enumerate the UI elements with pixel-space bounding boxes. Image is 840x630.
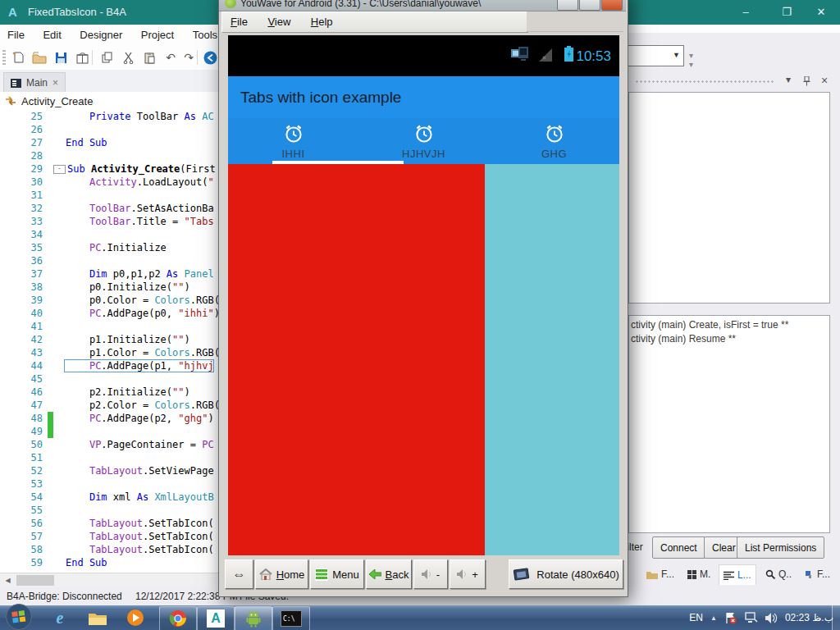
tab-logs[interactable]: L... bbox=[719, 564, 756, 585]
copy-icon[interactable] bbox=[97, 48, 116, 66]
taskbar-youwave-button[interactable] bbox=[235, 606, 272, 630]
action-center-flag-icon[interactable] bbox=[724, 612, 737, 624]
youwave-window[interactable]: YouWave for Android (3.31) - C:\Users\da… bbox=[218, 0, 628, 597]
taskbar-clock[interactable]: ب.ظ 02:23 bbox=[785, 612, 833, 623]
resize-button[interactable]: ⇔ bbox=[225, 559, 253, 589]
taskbar-chrome-button[interactable] bbox=[159, 606, 197, 630]
log-output-box[interactable]: ctivity (main) Create, isFirst = true **… bbox=[628, 315, 830, 533]
show-desktop-button[interactable] bbox=[832, 605, 840, 630]
line-number: 54 bbox=[0, 491, 43, 504]
b4a-logo-icon: A bbox=[8, 5, 23, 20]
logs-panel-header[interactable]: ▾ × bbox=[623, 72, 833, 90]
tab-find-references[interactable]: F... bbox=[801, 564, 834, 584]
tab-files[interactable]: F... bbox=[642, 564, 678, 584]
undo-icon[interactable]: ↶ bbox=[161, 48, 180, 66]
scroll-left-icon[interactable]: ◀ bbox=[2, 575, 14, 586]
line-number: 58 bbox=[0, 543, 43, 556]
bridge-status: B4A-Bridge: Disconnected bbox=[7, 591, 122, 602]
line-number: 38 bbox=[0, 281, 43, 294]
tab-modules[interactable]: M. bbox=[683, 564, 714, 584]
line-number: 33 bbox=[0, 215, 43, 228]
language-indicator[interactable]: EN bbox=[689, 612, 703, 623]
change-bar bbox=[48, 425, 53, 438]
panel-close-icon[interactable]: × bbox=[817, 74, 832, 87]
menu-project[interactable]: Project bbox=[134, 25, 181, 45]
fold-column bbox=[53, 372, 64, 386]
tab-main[interactable]: Main × bbox=[3, 72, 66, 93]
volume-icon[interactable] bbox=[765, 613, 778, 623]
viewpager-page-red[interactable] bbox=[228, 164, 485, 555]
taskbar-b4a-button[interactable]: A bbox=[197, 606, 235, 630]
change-bar bbox=[48, 372, 53, 386]
panel-drag-handle[interactable] bbox=[635, 80, 774, 84]
menu-edit[interactable]: Edit bbox=[35, 25, 68, 45]
youwave-menu-help[interactable]: Help bbox=[303, 12, 341, 31]
save-icon[interactable] bbox=[51, 48, 71, 66]
youwave-menu-file[interactable]: File bbox=[222, 12, 256, 31]
taskbar-explorer-icon[interactable] bbox=[84, 608, 112, 628]
device-combobox[interactable]: ▼ bbox=[625, 45, 684, 66]
paste-icon[interactable] bbox=[139, 48, 159, 66]
youwave-menu-filler bbox=[527, 11, 623, 32]
viewpager-page-teal[interactable] bbox=[485, 164, 619, 555]
code-text: Dim p0,p1,p2 As Panel bbox=[64, 267, 214, 281]
tab-hjhvjh[interactable]: HJHVJH bbox=[358, 118, 489, 164]
fold-marker-icon[interactable]: - bbox=[53, 165, 66, 174]
taskbar-media-player-icon[interactable] bbox=[121, 608, 149, 628]
taskbar-ie-icon[interactable]: e bbox=[46, 608, 74, 628]
scrollbar-thumb[interactable] bbox=[16, 575, 54, 586]
youwave-close-button[interactable] bbox=[601, 0, 623, 11]
home-button[interactable]: Home bbox=[255, 559, 308, 589]
android-robot-icon bbox=[245, 609, 262, 628]
taskbar-cmd-button[interactable]: C:\ bbox=[272, 606, 310, 630]
redo-icon[interactable]: ↷ bbox=[179, 48, 199, 66]
tab-quick-search[interactable]: Q.. bbox=[761, 564, 796, 584]
new-file-icon[interactable] bbox=[8, 48, 28, 66]
volume-up-button[interactable]: + bbox=[450, 559, 486, 589]
tray-overflow-icon[interactable]: ▲ bbox=[710, 614, 717, 622]
code-text bbox=[64, 228, 66, 241]
menu-designer[interactable]: Designer bbox=[72, 25, 130, 45]
network-icon[interactable] bbox=[744, 612, 758, 623]
rotate-button[interactable]: Rotate (480x640) bbox=[509, 559, 623, 589]
code-text: VP.PageContainer = PC bbox=[64, 438, 214, 451]
ide-close-button[interactable]: ✕ bbox=[802, 0, 840, 25]
change-bar bbox=[48, 215, 53, 228]
code-text: Sub Activity_Create(First bbox=[66, 162, 216, 176]
fold-column bbox=[53, 412, 64, 425]
volume-down-button[interactable]: - bbox=[413, 559, 448, 589]
youwave-menu-view[interactable]: View bbox=[259, 12, 299, 31]
connect-button[interactable]: Connect bbox=[652, 536, 705, 559]
line-number: 42 bbox=[0, 333, 43, 346]
tab-close-icon[interactable]: × bbox=[52, 77, 58, 89]
combo-dropdown-icon[interactable]: ▼ bbox=[673, 51, 680, 59]
code-text bbox=[64, 123, 66, 136]
youwave-title-bar[interactable]: YouWave for Android (3.31) - C:\Users\da… bbox=[219, 0, 626, 11]
list-permissions-button[interactable]: List Permissions bbox=[737, 536, 824, 559]
resize-icon: ⇔ bbox=[233, 567, 246, 582]
youwave-maximize-button[interactable] bbox=[579, 0, 600, 11]
menu-button[interactable]: Menu bbox=[310, 559, 364, 589]
ide-maximize-button[interactable]: ❐ bbox=[768, 0, 806, 25]
toolbar-overflow-icon[interactable]: ▾▾ bbox=[689, 51, 693, 69]
line-number: 45 bbox=[0, 372, 43, 386]
tab-ghg[interactable]: GHG bbox=[489, 118, 619, 164]
start-button[interactable] bbox=[5, 603, 33, 630]
device-list-box[interactable] bbox=[628, 92, 830, 304]
fold-column bbox=[53, 202, 64, 215]
code-text: p0.Color = Colors.RGB( bbox=[64, 294, 220, 307]
line-number: 31 bbox=[0, 189, 43, 202]
youwave-minimize-button[interactable] bbox=[557, 0, 578, 11]
android-screen[interactable]: 10:53 Tabs with icon example IHHI bbox=[228, 35, 619, 555]
tab-ihhi[interactable]: IHHI bbox=[228, 118, 358, 164]
menu-file[interactable]: File bbox=[0, 25, 32, 45]
package-icon[interactable] bbox=[72, 48, 92, 66]
ide-minimize-button[interactable]: – bbox=[727, 0, 765, 25]
fold-column bbox=[53, 228, 64, 241]
back-button[interactable]: Back bbox=[366, 559, 412, 589]
code-text bbox=[64, 477, 66, 491]
panel-dropdown-icon[interactable]: ▾ bbox=[781, 74, 796, 85]
panel-pin-icon[interactable] bbox=[799, 74, 814, 86]
cut-icon[interactable] bbox=[118, 48, 138, 66]
open-project-icon[interactable] bbox=[30, 48, 49, 66]
